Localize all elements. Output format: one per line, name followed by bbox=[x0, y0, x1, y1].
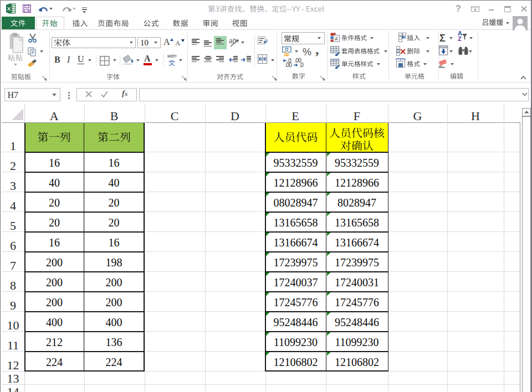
svg-text:X: X bbox=[7, 6, 11, 12]
svg-text:≠: ≠ bbox=[335, 36, 338, 42]
